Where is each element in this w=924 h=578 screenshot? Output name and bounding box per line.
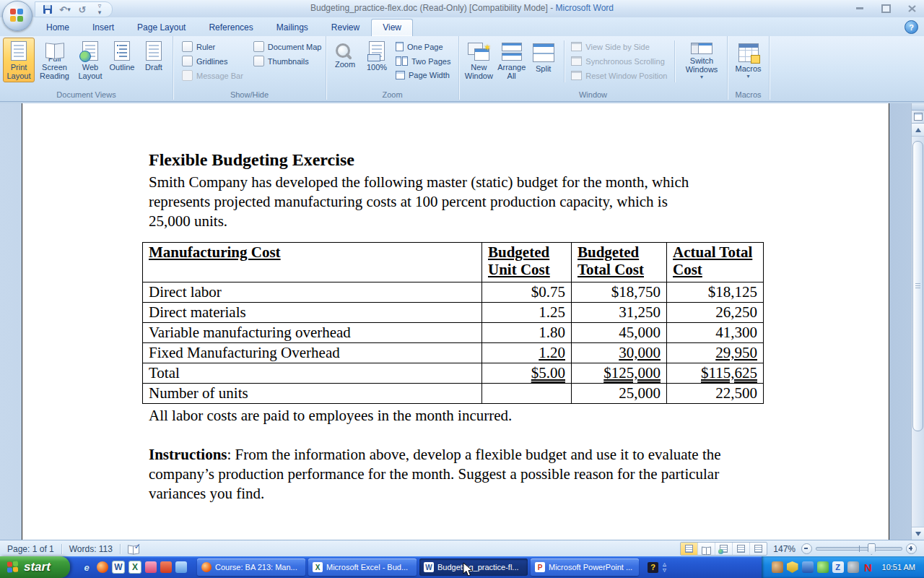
print-layout-icon — [11, 41, 27, 61]
thumbnails-checkbox[interactable]: Thumbnails — [253, 56, 322, 66]
quick-launch-bar: e W X — [70, 561, 193, 574]
task-buttons: Course: BA 213: Man... X Microsoft Excel… — [197, 558, 639, 576]
draft-view-button[interactable] — [750, 543, 767, 555]
help-tray-icon[interactable]: ? — [648, 562, 658, 573]
view-side-by-side-icon — [571, 42, 582, 51]
tab-page-layout[interactable]: Page Layout — [126, 19, 197, 36]
print-layout-view-button[interactable] — [681, 543, 698, 555]
tab-insert[interactable]: Insert — [81, 19, 126, 36]
instructions-paragraph: Instructions: From the information above… — [149, 445, 773, 504]
scroll-up-button[interactable] — [912, 124, 924, 137]
taskbar-chevron-icon[interactable]: ▵▿ — [663, 561, 666, 573]
outline-button[interactable]: Outline — [106, 38, 138, 82]
taskbar: start e W X Course: BA 213: Man... X Mic… — [0, 556, 924, 578]
tray-icon-green-app[interactable] — [817, 561, 829, 573]
budget-table: Manufacturing Cost Budgeted Unit Cost Bu… — [142, 242, 764, 404]
outline-view-button[interactable] — [733, 543, 750, 555]
office-button[interactable] — [2, 1, 32, 31]
zoom-slider-track[interactable] — [816, 547, 902, 551]
full-screen-reading-view-button[interactable] — [698, 543, 715, 555]
arrange-all-button[interactable]: Arrange All — [496, 38, 528, 82]
excel-icon[interactable]: X — [128, 561, 141, 574]
excel-task-icon: X — [313, 562, 323, 572]
word-count-indicator[interactable]: Words: 113 — [62, 540, 120, 557]
tray-icon-shield[interactable] — [787, 561, 798, 573]
outlook-express-icon[interactable] — [175, 561, 187, 573]
task-button-excel[interactable]: X Microsoft Excel - Bud... — [308, 558, 417, 576]
split-button[interactable]: Split — [528, 38, 559, 82]
draft-mini-icon — [754, 545, 762, 553]
task-button-firefox-course[interactable]: Course: BA 213: Man... — [197, 558, 305, 576]
web-layout-button[interactable]: Web Layout — [74, 38, 106, 82]
vertical-scrollbar[interactable] — [911, 103, 924, 540]
tray-icon-globe[interactable] — [772, 561, 783, 573]
word-task-icon: W — [424, 562, 434, 572]
zoom-100-button[interactable]: 100% — [361, 38, 393, 82]
tab-mailings[interactable]: Mailings — [265, 19, 320, 36]
zoom-button[interactable]: Zoom — [329, 38, 361, 82]
zoom-out-button[interactable] — [801, 543, 812, 554]
header-actual-total-cost: Actual Total Cost — [667, 243, 764, 282]
group-macros: Macros ▾ Macros — [728, 36, 770, 100]
zoom-level-indicator[interactable]: 147% — [773, 544, 796, 554]
tab-home[interactable]: Home — [35, 19, 81, 36]
minimize-button[interactable] — [852, 3, 868, 14]
group-zoom: Zoom 100% One Page Two Pages Page Width … — [326, 36, 459, 100]
tray-icon-n-app[interactable]: N — [863, 561, 874, 573]
split-handle[interactable] — [912, 103, 924, 111]
group-caption-window: Window — [459, 90, 727, 99]
document-page[interactable]: Flexible Budgeting Exercise Smith Compan… — [22, 103, 889, 540]
powerpoint-quicklaunch-icon[interactable] — [160, 561, 172, 573]
scrollbar-grip-icon — [915, 283, 920, 289]
firefox-icon[interactable] — [97, 561, 108, 573]
zoom-in-button[interactable] — [906, 543, 917, 554]
powerpoint-task-icon: P — [535, 562, 545, 572]
new-window-button[interactable]: ✶ New Window — [462, 38, 496, 82]
full-screen-reading-button[interactable]: Full Screen Reading — [35, 38, 74, 82]
keys-app-icon[interactable] — [145, 561, 157, 573]
task-button-word-active[interactable]: W Budgeting_practice-fl... — [419, 558, 528, 576]
help-button[interactable]: ? — [905, 20, 918, 34]
close-button[interactable] — [904, 3, 920, 14]
switch-windows-button[interactable]: Switch Windows ▾ — [679, 38, 724, 82]
macros-button[interactable]: Macros ▾ — [732, 38, 764, 82]
macros-icon — [738, 43, 759, 62]
internet-explorer-icon[interactable]: e — [80, 561, 93, 574]
scroll-down-button[interactable] — [912, 527, 924, 540]
new-window-icon: ✶ — [468, 43, 489, 61]
gridlines-checkbox[interactable]: Gridlines — [182, 56, 243, 66]
start-button[interactable]: start — [0, 556, 70, 578]
tray-icon-gray-app[interactable] — [847, 561, 859, 573]
group-caption-show-hide: Show/Hide — [173, 90, 326, 99]
zoom-slider-center-tick — [859, 545, 860, 552]
print-layout-button[interactable]: Print Layout — [3, 38, 35, 82]
zoom-slider-thumb[interactable] — [868, 543, 876, 555]
page-width-button[interactable]: Page Width — [393, 69, 453, 81]
view-side-by-side-button: View Side by Side — [568, 40, 670, 53]
page-number-indicator[interactable]: Page: 1 of 1 — [0, 540, 61, 557]
restore-button[interactable] — [878, 3, 894, 14]
ruler-checkbox[interactable]: Ruler — [182, 41, 243, 52]
help-icon: ? — [909, 23, 914, 32]
tray-icon-z-app[interactable]: Z — [832, 561, 844, 573]
tab-view[interactable]: View — [371, 19, 413, 36]
zoom-slider[interactable] — [801, 543, 917, 554]
table-row: Total $5.00 $125,000 $115,625 — [143, 363, 764, 384]
ruler-checkbox-box — [182, 41, 193, 52]
tab-references[interactable]: References — [197, 19, 264, 36]
spell-check-indicator[interactable]: ✓ — [121, 540, 147, 557]
taskbar-clock: 10:51 AM — [882, 563, 915, 571]
synchronous-scrolling-icon — [571, 56, 582, 66]
two-pages-button[interactable]: Two Pages — [393, 55, 453, 67]
scrollbar-thumb[interactable] — [912, 141, 923, 431]
draft-button[interactable]: Draft — [138, 38, 170, 82]
tab-review[interactable]: Review — [320, 19, 371, 36]
tray-icon-tools[interactable] — [802, 561, 814, 573]
task-button-powerpoint[interactable]: P Microsoft PowerPoint ... — [531, 558, 639, 576]
document-map-checkbox[interactable]: Document Map — [253, 41, 322, 52]
ruler-toggle-button[interactable] — [912, 111, 924, 124]
web-layout-view-button[interactable] — [715, 543, 733, 555]
one-page-button[interactable]: One Page — [393, 40, 453, 53]
word-icon[interactable]: W — [112, 561, 125, 574]
document-content: Flexible Budgeting Exercise Smith Compan… — [22, 103, 889, 504]
